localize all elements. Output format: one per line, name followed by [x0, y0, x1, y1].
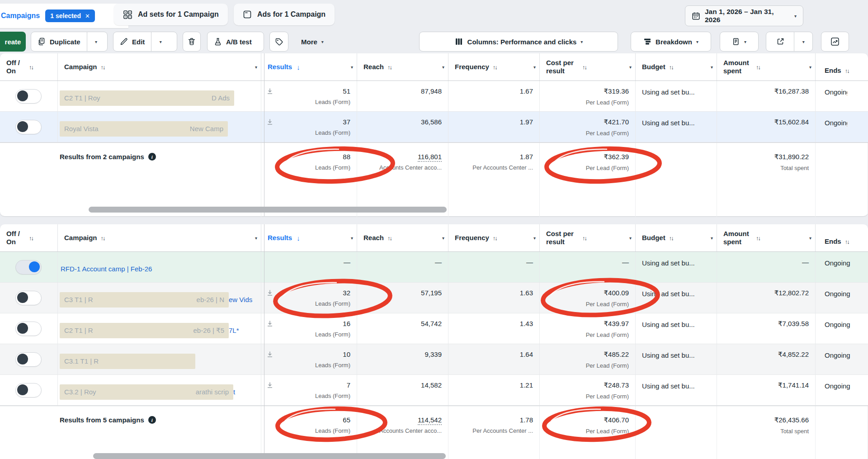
budget-value: Using ad set bu... — [636, 375, 717, 405]
chevron-down-icon[interactable]: ▾ — [627, 65, 632, 70]
chevron-down-icon[interactable]: ▾ — [532, 236, 536, 241]
campaigns-table-selected: Off / On ↑↓ Campaign ↑↓ ▾ Results ↓ ▾ Re… — [0, 53, 868, 216]
breakdown-button[interactable]: Breakdown ▾ — [631, 32, 711, 52]
column-header-cost-per-result[interactable]: Cost per result ↑↓ ▾ — [540, 53, 636, 80]
more-button[interactable]: More ▾ — [295, 32, 336, 52]
chevron-down-icon[interactable]: ▾ — [440, 65, 444, 70]
sort-icon: ↑↓ — [582, 64, 586, 71]
tab-campaigns[interactable]: Campaigns 1 selected ✕ — [0, 4, 128, 28]
campaign-link[interactable]: t — [233, 388, 235, 396]
tab-ads[interactable]: Ads for 1 Campaign — [234, 4, 335, 25]
amount-spent-value: ₹16,287.38 — [717, 87, 809, 95]
info-icon[interactable]: i — [148, 416, 156, 424]
redacted-campaign-name: C3.1 T1 | R — [60, 354, 195, 369]
results-subtext: Leads (Form) — [261, 129, 350, 136]
chevron-down-icon[interactable]: ▾ — [440, 236, 444, 241]
charts-button[interactable] — [821, 32, 849, 52]
column-header-campaign[interactable]: Campaign ↑↓ ▾ — [58, 224, 261, 251]
frequency-value: 1.21 — [448, 381, 533, 389]
info-icon[interactable]: i — [148, 153, 156, 161]
campaign-toggle[interactable] — [15, 383, 42, 397]
cost-value: ₹421.70 — [540, 118, 629, 126]
columns-button[interactable]: Columns: Performance and clicks ▾ — [419, 32, 618, 52]
campaign-toggle[interactable] — [15, 352, 42, 367]
cost-value: ₹485.22 — [540, 350, 629, 359]
tab-ads-label: Ads for 1 Campaign — [257, 10, 326, 19]
download-results-icon[interactable] — [267, 320, 273, 327]
chevron-down-icon[interactable]: ▾ — [349, 65, 353, 70]
column-header-results[interactable]: Results ↓ ▾ — [261, 53, 357, 80]
chevron-down-icon: ▾ — [794, 14, 797, 19]
summary-label: Results from 5 campaigns — [60, 416, 144, 424]
date-range-label: Jan 1, 2026 – Jan 31, 2026 — [705, 8, 790, 24]
sort-icon: ↑↓ — [845, 238, 849, 245]
frozen-column-divider — [264, 53, 264, 216]
download-results-icon[interactable] — [267, 88, 273, 95]
campaign-link[interactable]: 7L* — [229, 327, 239, 334]
download-results-icon[interactable] — [267, 289, 273, 296]
redacted-campaign-name: C3.2 | Roy arathi scrip — [60, 384, 233, 400]
chevron-down-icon[interactable]: ▾ — [807, 65, 811, 70]
chevron-down-icon[interactable]: ▾ — [253, 65, 257, 70]
download-results-icon[interactable] — [267, 351, 273, 358]
column-header-frequency[interactable]: Frequency ↑↓ ▾ — [448, 53, 540, 80]
column-header-budget[interactable]: Budget ↑↓ ▾ — [636, 224, 717, 251]
chevron-down-icon[interactable]: ▾ — [253, 236, 257, 241]
campaign-toggle[interactable] — [15, 322, 42, 336]
campaign-link[interactable]: RFD-1 Account camp | Feb-26 — [61, 265, 152, 273]
campaign-toggle[interactable] — [15, 89, 42, 104]
chevron-down-icon[interactable]: ▾ — [627, 236, 632, 241]
columns-icon — [454, 38, 463, 46]
more-label: More — [301, 38, 317, 46]
campaign-toggle-on[interactable] — [15, 260, 42, 274]
clear-selection-icon[interactable]: ✕ — [85, 13, 90, 19]
summary-spent-value: ₹31,890.22 — [717, 153, 809, 161]
ab-test-button[interactable]: A/B test — [207, 32, 264, 52]
frequency-value: 1.64 — [448, 350, 533, 358]
table-header-row: Off / On ↑↓ Campaign ↑↓ ▾ Results ↓ ▾ Re… — [0, 224, 868, 252]
duplicate-button[interactable]: Duplicate — [31, 32, 87, 51]
export-dropdown[interactable]: ▾ — [794, 32, 812, 51]
column-header-ends[interactable]: Ends ↑↓ — [816, 224, 868, 251]
delete-button[interactable] — [183, 32, 201, 52]
chevron-down-icon[interactable]: ▾ — [807, 236, 811, 241]
column-header-amount-spent[interactable]: Amount spent ↑↓ ▾ — [717, 224, 816, 251]
column-header-amount-spent[interactable]: Amount spent ↑↓ ▾ — [717, 53, 816, 80]
export-button[interactable] — [766, 32, 794, 51]
tab-adsets[interactable]: Ad sets for 1 Campaign — [114, 4, 228, 25]
campaign-link[interactable]: ew Vids — [229, 296, 252, 303]
column-header-cost-per-result[interactable]: Cost per result ↑↓ ▾ — [540, 224, 636, 251]
column-header-results[interactable]: Results ↓ ▾ — [261, 224, 357, 251]
horizontal-scrollbar[interactable] — [93, 453, 446, 459]
calendar-icon — [692, 12, 700, 20]
horizontal-scrollbar[interactable] — [89, 207, 447, 213]
reports-button[interactable]: ▾ — [720, 32, 759, 52]
column-header-reach[interactable]: Reach ↑↓ ▾ — [357, 53, 448, 80]
reach-value: 57,195 — [357, 289, 442, 297]
download-results-icon[interactable] — [267, 118, 273, 125]
tag-button[interactable] — [269, 32, 288, 52]
cost-subtext: Per Lead (Form) — [540, 393, 629, 400]
chevron-down-icon[interactable]: ▾ — [709, 65, 713, 70]
column-header-campaign[interactable]: Campaign ↑↓ ▾ — [58, 53, 261, 80]
duplicate-dropdown[interactable]: ▾ — [87, 32, 105, 51]
campaign-toggle[interactable] — [15, 291, 42, 305]
campaign-toggle[interactable] — [15, 120, 42, 134]
summary-reach-subtext: Accounts Center acco... — [357, 427, 442, 434]
column-header-budget[interactable]: Budget ↑↓ ▾ — [636, 53, 717, 80]
chevron-down-icon[interactable]: ▾ — [709, 236, 713, 241]
sort-icon: ↑↓ — [756, 64, 760, 71]
column-header-off-on[interactable]: Off / On ↑↓ — [0, 53, 58, 80]
toggle-knob — [17, 121, 28, 132]
column-header-reach[interactable]: Reach ↑↓ ▾ — [357, 224, 448, 251]
download-results-icon[interactable] — [267, 382, 273, 388]
column-header-off-on[interactable]: Off / On ↑↓ — [0, 224, 58, 251]
edit-button[interactable]: Edit — [113, 32, 151, 51]
create-button[interactable]: reate — [0, 32, 26, 52]
column-header-frequency[interactable]: Frequency ↑↓ ▾ — [448, 224, 540, 251]
chevron-down-icon[interactable]: ▾ — [349, 236, 353, 241]
chevron-down-icon[interactable]: ▾ — [532, 65, 536, 70]
edit-dropdown[interactable]: ▾ — [151, 32, 170, 51]
date-range-picker[interactable]: Jan 1, 2026 – Jan 31, 2026 ▾ — [685, 5, 803, 26]
column-header-ends[interactable]: Ends ↑↓ — [816, 53, 868, 80]
